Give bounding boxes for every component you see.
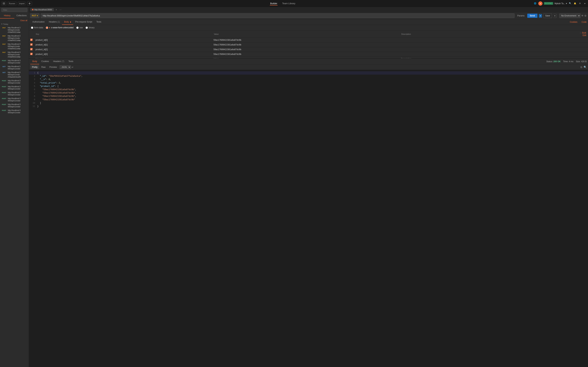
runner-button[interactable]: Runner [8, 2, 17, 5]
history-url: http://localhost:3000/api/v1/order/59af0… [8, 51, 20, 58]
history-url: http://localhost:3000/api/v1/order [8, 65, 20, 70]
new-row [29, 57, 588, 58]
send-dropdown-button[interactable]: ▾ [539, 14, 542, 18]
code-link[interactable]: Code [581, 19, 587, 25]
resp-tab-body[interactable]: Body [30, 59, 39, 64]
method-badge: PUT [1, 35, 7, 37]
history-tab[interactable]: History [0, 13, 14, 18]
line-number: 11 [30, 105, 35, 108]
line-content: "product_id": [ [37, 85, 59, 88]
content-area: http://localhost:3000/ + ··· PUT ▾ Param… [29, 7, 588, 367]
environment-eye-button[interactable]: 👁 [581, 14, 584, 17]
more-tabs-button[interactable]: ··· [59, 8, 62, 11]
filter-input[interactable] [1, 8, 27, 12]
save-dropdown-button[interactable]: ▾ [553, 14, 556, 18]
history-item[interactable]: PUThttp://localhost:3000/api/v1/order/59… [0, 26, 29, 34]
bell-icon[interactable]: 🔔 [573, 2, 577, 5]
history-item[interactable]: PUThttp://localhost:3000/api/v1/order/59… [0, 42, 29, 50]
settings-icon[interactable]: ⚙ [578, 2, 582, 5]
history-url: http://localhost:3000/api/v1/order/59af0… [8, 43, 20, 50]
method-badge: POST [1, 80, 7, 82]
history-list: PUThttp://localhost:3000/api/v1/order/59… [0, 26, 29, 367]
code-line: 7 "59ac17689421581a6a87dc9b", [29, 92, 588, 95]
table-more-button[interactable]: ··· [579, 32, 581, 34]
collections-tab[interactable]: Collections [14, 13, 29, 18]
resp-tab-headers[interactable]: Headers (7) [51, 59, 66, 64]
raw-option[interactable]: raw [76, 26, 83, 29]
response-tabs-bar: Body Cookies Headers (7) Tests Status: 2… [29, 59, 588, 65]
history-item[interactable]: POSThttp://localhost:3000/api/v1/order [0, 97, 29, 103]
method-badge: GET [1, 71, 7, 74]
method-badge: POST [1, 109, 7, 111]
resp-tab-cookies[interactable]: Cookies [39, 59, 51, 64]
svg-rect-4 [28, 3, 31, 4]
history-item[interactable]: POSThttp://localhost:3000/api/v1/order [0, 79, 29, 85]
row-checkbox[interactable] [30, 53, 33, 55]
new-tab-button[interactable] [27, 1, 32, 5]
tab-tests[interactable]: Tests [94, 19, 104, 25]
tab-body[interactable]: Body [62, 19, 73, 25]
form-data-option[interactable]: form-data [31, 26, 43, 29]
time-label: Time: 4 ms [563, 60, 573, 63]
environment-selector[interactable]: No Environment [559, 13, 580, 18]
save-button[interactable]: Save [543, 13, 552, 18]
raw-tab[interactable]: Raw [40, 65, 47, 69]
cookies-link[interactable]: Cookies [570, 19, 577, 25]
builder-tab[interactable]: Builder [270, 1, 277, 5]
clear-all-container: Clear all [0, 19, 29, 22]
active-request-tab[interactable]: http://localhost:3000/ [30, 8, 54, 11]
urlencoded-option[interactable]: ● x-www-form-urlencoded [46, 26, 73, 29]
tab-pre-request[interactable]: Pre-request Script [73, 19, 94, 25]
tab-headers[interactable]: Headers (1) [47, 19, 62, 25]
history-item[interactable]: GEThttp://localhost:3000/api/v1/order/59… [0, 71, 29, 79]
import-button[interactable]: Import [18, 2, 26, 5]
params-button[interactable]: Params [516, 14, 526, 18]
team-library-tab[interactable]: Team Library [282, 1, 295, 5]
send-button[interactable]: Send [527, 14, 537, 18]
code-line: 11} [29, 105, 588, 108]
resp-tab-tests[interactable]: Tests [66, 59, 75, 64]
add-tab-button[interactable]: + [55, 8, 58, 11]
url-input[interactable] [41, 13, 515, 18]
time-value: 4 ms [569, 60, 573, 63]
line-number: 9 [30, 98, 35, 101]
row-checkbox[interactable] [30, 43, 33, 46]
pretty-tab[interactable]: Pretty [30, 65, 39, 69]
user-menu-button[interactable]: Mykah Ta... ▾ [554, 2, 567, 5]
clear-all-link[interactable]: Clear all [20, 19, 27, 22]
method-badge: GET [1, 66, 7, 68]
desc-cell [399, 38, 578, 42]
preview-tab[interactable]: Preview [48, 65, 59, 69]
history-item[interactable]: POSThttp://localhost:3000/api/v1/order [0, 85, 29, 91]
key-cell: product_id[0] [34, 38, 212, 42]
history-item[interactable]: POSThttp://localhost:3000/api/v1/order [0, 91, 29, 97]
row-checkbox[interactable] [30, 39, 33, 41]
line-content: "total_price": 2, [37, 82, 61, 85]
history-item[interactable]: POSThttp://localhost:3000/api/v1/order [0, 108, 29, 115]
response-status-bar: Status: 200 OK Time: 4 ms Size: 426 B [546, 60, 587, 63]
binary-option[interactable]: binary [86, 26, 95, 29]
environment-settings-button[interactable]: ⚙ [584, 14, 587, 17]
format-icon-button[interactable]: ⇌ [72, 66, 73, 68]
size-label: Size: 426 B [576, 60, 587, 63]
search-icon[interactable]: 🔍 [568, 2, 572, 5]
copy-button[interactable]: ⧉ [580, 66, 582, 69]
history-item[interactable]: POSThttp://localhost:3000/api/v1/order [0, 59, 29, 65]
search-code-button[interactable]: 🔍 [584, 66, 587, 69]
bulk-edit-link[interactable]: Bulk Edit [582, 32, 586, 36]
format-selector[interactable]: JSON XML HTML Text [60, 65, 71, 69]
code-line: 5 "product_id": [ [29, 85, 588, 88]
method-badge: POST [1, 103, 7, 106]
history-item[interactable]: GEThttp://localhost:3000/api/v1/order [0, 65, 29, 71]
tab-authorization[interactable]: Authorization [30, 19, 47, 25]
sidebar-toggle-button[interactable] [1, 1, 6, 5]
heart-icon[interactable]: ♥ [583, 2, 587, 5]
history-item[interactable]: POSThttp://localhost:3000/api/v1/order [0, 103, 29, 108]
history-item[interactable]: PUThttp://localhost:3000/api/v1/order/59… [0, 34, 29, 42]
method-selector[interactable]: PUT ▾ [30, 13, 39, 18]
history-url: http://localhost:3000/api/v1/order/59af0… [8, 26, 20, 33]
status-label: Status: 200 OK [546, 60, 561, 63]
svg-rect-1 [3, 3, 5, 4]
history-item[interactable]: PUThttp://localhost:3000/api/v1/order/59… [0, 50, 29, 59]
row-checkbox[interactable] [30, 48, 33, 50]
